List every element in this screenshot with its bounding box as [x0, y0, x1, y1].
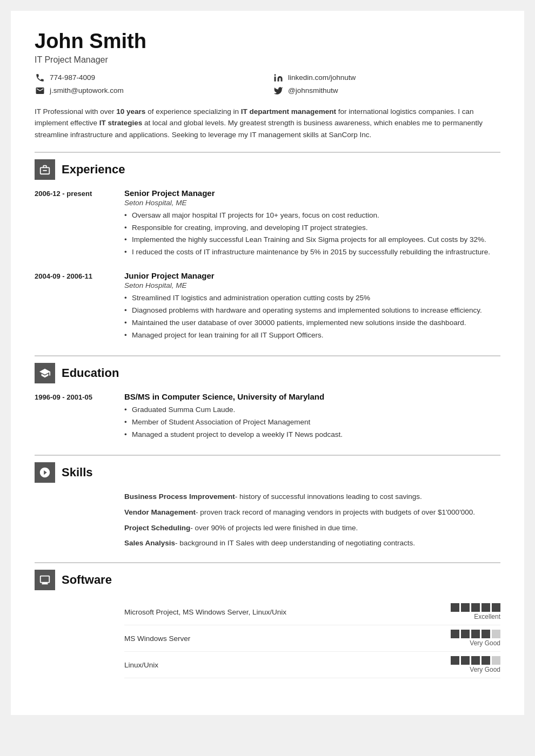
bullet: Maintained the user database of over 300… — [124, 318, 500, 329]
sq — [471, 656, 480, 665]
candidate-name: John Smith — [35, 30, 500, 53]
skills-entries: Business Process Improvement- history of… — [35, 491, 500, 550]
sq — [451, 630, 459, 638]
entry-2-job-title: Junior Project Manager — [124, 271, 500, 280]
sq — [461, 656, 470, 665]
education-icon-box — [35, 363, 55, 383]
skill-3: Project Scheduling- over 90% of projects… — [124, 523, 500, 534]
software-row-3: Linux/Unix Very Good — [124, 652, 500, 678]
software-3-rating: Very Good — [451, 656, 500, 673]
experience-title: Experience — [62, 163, 125, 177]
software-3-name: Linux/Unix — [124, 661, 158, 669]
entry-2-bullets: Streamlined IT logistics and administrat… — [124, 293, 500, 341]
skill-4-desc: - background in IT Sales with deep under… — [175, 539, 415, 547]
experience-section: Experience 2006-12 - present Senior Proj… — [35, 152, 500, 342]
graduation-icon — [39, 367, 51, 379]
software-entries: Microsoft Project, MS Windows Server, Li… — [35, 599, 500, 678]
skill-3-name: Project Scheduling — [124, 524, 190, 532]
entry-2-dates: 2004-09 - 2006-11 — [35, 271, 116, 342]
twitter-icon — [273, 85, 284, 96]
software-row-1: Microsoft Project, MS Windows Server, Li… — [124, 599, 500, 625]
sq — [471, 630, 480, 638]
bullet: Implemented the highly successful Lean T… — [124, 234, 500, 246]
sq — [492, 656, 500, 665]
entry-1-bullets: Oversaw all major hospital IT projects f… — [124, 210, 500, 259]
bullet: Managed project for lean training for al… — [124, 330, 500, 341]
skill-4-name: Sales Analysis — [124, 539, 175, 547]
software-icon-box — [35, 570, 55, 590]
software-1-label: Excellent — [474, 613, 500, 620]
experience-section-header: Experience — [35, 152, 500, 180]
contact-phone: 774-987-4009 — [35, 72, 262, 83]
rating-squares-3 — [451, 656, 500, 665]
contact-grid: 774-987-4009 linkedin.com/johnutw j. — [35, 72, 500, 96]
header: John Smith IT Project Manager 774-987-40… — [35, 30, 500, 96]
experience-entry-2: 2004-09 - 2006-11 Junior Project Manager… — [35, 271, 500, 342]
linkedin-text: linkedin.com/johnutw — [288, 73, 356, 82]
software-row-2: MS Windows Server Very Good — [124, 625, 500, 652]
bullet: Oversaw all major hospital IT projects f… — [124, 210, 500, 221]
contact-email: j.smith@uptowork.com — [35, 85, 262, 96]
resume-document: John Smith IT Project Manager 774-987-40… — [11, 11, 524, 715]
email-icon — [35, 85, 45, 96]
bullet: Responsible for creating, improving, and… — [124, 222, 500, 234]
software-title: Software — [62, 573, 112, 587]
education-title: Education — [62, 366, 119, 380]
contact-twitter: @johnsmithutw — [273, 85, 500, 96]
software-2-name: MS Windows Server — [124, 634, 190, 643]
edu-bullets: Graduated Summa Cum Laude. Member of Stu… — [124, 404, 500, 441]
sq — [482, 630, 490, 638]
experience-icon-box — [35, 159, 55, 180]
summary-text: IT Professional with over 10 years of ex… — [35, 106, 500, 141]
email-text: j.smith@uptowork.com — [50, 86, 124, 94]
skills-title: Skills — [62, 465, 92, 480]
entry-2-company: Seton Hospital, ME — [124, 281, 500, 289]
skill-2-name: Vendor Management — [124, 508, 196, 516]
entry-1-company: Seton Hospital, ME — [124, 199, 500, 207]
skill-1: Business Process Improvement- history of… — [124, 491, 500, 503]
skill-4: Sales Analysis- background in IT Sales w… — [124, 538, 500, 549]
skill-2-desc: - proven track record of managing vendor… — [196, 508, 475, 516]
education-section: Education 1996-09 - 2001-05 BS/MS in Com… — [35, 355, 500, 442]
entry-1-dates: 2006-12 - present — [35, 188, 116, 260]
twitter-text: @johnsmithutw — [288, 86, 338, 94]
sq — [482, 603, 490, 612]
sq — [471, 603, 480, 612]
edu-degree: BS/MS in Computer Science, University of… — [124, 392, 500, 401]
phone-text: 774-987-4009 — [50, 73, 95, 82]
entry-1-content: Senior Project Manager Seton Hospital, M… — [124, 188, 500, 260]
software-2-rating: Very Good — [451, 630, 500, 647]
bullet: Managed a student project to develop a w… — [124, 429, 500, 441]
skills-icon-box — [35, 462, 55, 483]
software-1-name: Microsoft Project, MS Windows Server, Li… — [124, 608, 286, 616]
software-3-label: Very Good — [470, 666, 500, 673]
skill-3-desc: - over 90% of projects led were finished… — [190, 524, 358, 532]
briefcase-icon — [39, 164, 51, 176]
sq — [461, 630, 470, 638]
edu-dates: 1996-09 - 2001-05 — [35, 392, 116, 442]
sq — [451, 656, 459, 665]
skill-1-desc: - history of successful innovations lead… — [235, 492, 422, 501]
candidate-title: IT Project Manager — [35, 55, 500, 65]
edu-content: BS/MS in Computer Science, University of… — [124, 392, 500, 442]
software-1-rating: Excellent — [451, 603, 500, 620]
entry-1-job-title: Senior Project Manager — [124, 188, 500, 198]
skills-section: Skills Business Process Improvement- his… — [35, 455, 500, 550]
rating-squares-1 — [451, 603, 500, 612]
bullet: Streamlined IT logistics and administrat… — [124, 293, 500, 304]
sq — [492, 603, 500, 612]
skill-1-name: Business Process Improvement — [124, 492, 235, 501]
software-section: Software Microsoft Project, MS Windows S… — [35, 562, 500, 678]
contact-linkedin: linkedin.com/johnutw — [273, 72, 500, 83]
sq — [492, 630, 500, 638]
education-entry-1: 1996-09 - 2001-05 BS/MS in Computer Scie… — [35, 392, 500, 442]
sq — [461, 603, 470, 612]
monitor-icon — [39, 574, 51, 586]
linkedin-icon — [273, 72, 284, 83]
entry-2-content: Junior Project Manager Seton Hospital, M… — [124, 271, 500, 342]
bullet: I reduced the costs of IT infrastructure… — [124, 247, 500, 258]
skill-2: Vendor Management- proven track record o… — [124, 507, 500, 518]
software-section-header: Software — [35, 562, 500, 590]
phone-icon — [35, 72, 45, 83]
education-section-header: Education — [35, 355, 500, 383]
